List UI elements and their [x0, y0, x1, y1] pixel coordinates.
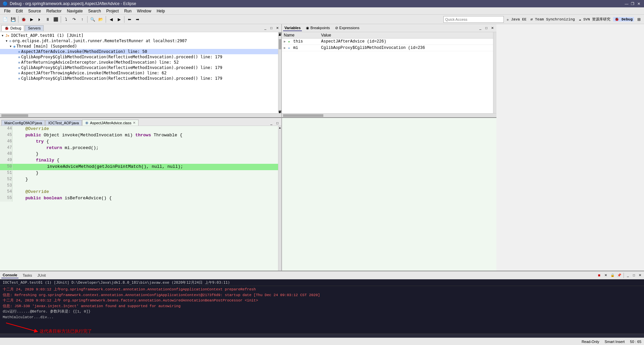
code-line-44[interactable]: 44 @Override — [0, 126, 278, 132]
tab-ioctest[interactable]: IOCTest_AOP.java — [45, 120, 82, 126]
forward-button[interactable]: ➡ — [134, 16, 141, 23]
vars-row-mi-dot: ● — [288, 47, 290, 50]
console-minimize[interactable]: _ — [625, 273, 631, 278]
menu-project[interactable]: Project — [104, 8, 121, 14]
code-line-45[interactable]: 45 public Object invoke(MethodInvocation… — [0, 132, 278, 139]
debug-panel-close[interactable]: ✕ — [275, 25, 280, 31]
console-stop-btn[interactable]: ■ — [596, 272, 602, 278]
console-hscroll[interactable] — [0, 334, 644, 338]
open-resource-button[interactable]: 📂 — [97, 16, 104, 23]
close-button[interactable]: ✕ — [636, 1, 641, 6]
vars-row-this[interactable]: ▶ ● this AspectJAfterAdvice (id=226) — [282, 39, 493, 45]
step-over-button[interactable]: ↷ — [70, 16, 78, 23]
minimize-button[interactable]: — — [624, 1, 629, 6]
save-button[interactable]: 💾 — [9, 16, 17, 23]
editor-scroll-up[interactable]: ▲ — [279, 126, 281, 129]
console-scroll-lock[interactable]: 🔒 — [609, 272, 615, 278]
debug-scroll-down[interactable]: ▼ — [279, 110, 281, 113]
vars-hscroll[interactable] — [282, 113, 496, 117]
tree-item-runner[interactable]: ▾ ⚙ org.eclipse.jdt.internal.junit.runne… — [0, 38, 278, 44]
vars-row-this-arrow: ▶ — [284, 40, 286, 44]
menu-run[interactable]: Run — [121, 8, 134, 14]
code-line-48[interactable]: 48 } — [0, 151, 278, 157]
debug-panel-minimize[interactable]: _ — [263, 25, 268, 31]
resume-button[interactable]: ⏵ — [36, 16, 43, 23]
menu-navigate[interactable]: Navigate — [64, 8, 85, 14]
tree-item-runner-label: org.eclipse.jdt.internal.junit.runner.Re… — [12, 39, 187, 43]
debug-scroll-up[interactable]: ▲ — [279, 32, 281, 35]
open-perspective-button[interactable]: ⊞ — [635, 16, 643, 23]
code-line-46[interactable]: 46 try { — [0, 139, 278, 145]
code-line-51[interactable]: 51 } — [0, 170, 278, 177]
perspective-team[interactable]: ⇄ Team Synchronizing — [529, 17, 576, 21]
vars-panel-minimize[interactable]: _ — [478, 25, 483, 31]
maximize-button[interactable]: ❐ — [630, 1, 635, 6]
tab-servers[interactable]: Servers — [25, 25, 44, 31]
tab-aspectj[interactable]: ◉ AspectJAfterAdvice.class ✕ — [82, 120, 139, 126]
code-line-53[interactable]: 53 — [0, 183, 278, 189]
editor-minimize[interactable]: _ — [269, 120, 274, 126]
console-close[interactable]: ✕ — [637, 273, 643, 278]
next-edit-button[interactable]: ▶ — [115, 16, 123, 23]
menu-refactor[interactable]: Refactor — [44, 8, 64, 14]
debug-hscroll-thumb[interactable] — [1, 114, 28, 117]
debug-scroll-thumb[interactable] — [279, 39, 281, 49]
menu-window[interactable]: Window — [134, 8, 154, 14]
suspend-button[interactable]: ⏸ — [44, 16, 51, 23]
prev-edit-button[interactable]: ◀ — [107, 16, 115, 23]
new-button[interactable]: 📄 — [1, 16, 9, 23]
console-pin-btn[interactable]: 📌 — [616, 272, 622, 278]
stack-frame-1[interactable]: ≡ CglibAopProxy$CglibMethodInvocation(Re… — [0, 54, 278, 60]
tab-debug[interactable]: 🐞 Debug — [1, 25, 24, 31]
vars-panel-maximize[interactable]: □ — [484, 25, 489, 31]
step-into-button[interactable]: ⤵ — [62, 16, 70, 23]
editor-maximize[interactable]: □ — [275, 120, 280, 126]
menu-search[interactable]: Search — [86, 8, 104, 14]
vars-tab-expressions[interactable]: ⊘ Expressions — [334, 25, 361, 31]
menu-help[interactable]: Help — [154, 8, 168, 14]
stack-frame-2[interactable]: ≡ AfterReturningAdviceInterceptor.invoke… — [0, 60, 278, 65]
run-button[interactable]: ▶ — [28, 16, 35, 23]
vars-tab-variables[interactable]: Variables — [283, 25, 302, 31]
stack-frame-3[interactable]: ≡ CglibAopProxy$CglibMethodInvocation(Re… — [0, 65, 278, 70]
code-line-55[interactable]: 55 public boolean isBeforeAdvice() { — [0, 195, 278, 202]
console-clear-btn[interactable]: ✕ — [603, 272, 609, 278]
vars-panel-close[interactable]: ✕ — [490, 25, 495, 31]
console-tab-tasks[interactable]: Tasks — [21, 273, 33, 278]
menu-source[interactable]: Source — [25, 8, 44, 14]
debug-button[interactable]: 🐞 — [20, 16, 27, 23]
tree-item-thread[interactable]: ▾ ◉ Thread [main] (Suspended) — [0, 44, 278, 49]
tab-aspectj-close[interactable]: ✕ — [133, 121, 136, 125]
menu-edit[interactable]: Edit — [13, 8, 25, 14]
tab-main-config[interactable]: MainConfigOfAOP.java — [1, 120, 45, 126]
vars-col-name: Name — [282, 32, 319, 39]
console-line-5: MathCalculator...div... — [3, 315, 641, 320]
perspective-debug[interactable]: 🐞 Debug — [613, 17, 634, 21]
open-type-button[interactable]: 🔍 — [89, 16, 96, 23]
perspective-javaee[interactable]: ☕ Java EE — [505, 17, 528, 21]
vars-tab-breakpoints[interactable]: ◉ Breakpoints — [305, 25, 331, 31]
stack-frame-4[interactable]: ≡ AspectJAfterThrowingAdvice.invoke(Meth… — [0, 70, 278, 76]
code-line-54[interactable]: 54 @Override — [0, 189, 278, 195]
step-return-button[interactable]: ↑ — [78, 16, 86, 23]
code-line-52[interactable]: 52 } — [0, 177, 278, 183]
vars-vscroll[interactable] — [493, 32, 496, 113]
tree-item-junit[interactable]: ▾ J▸ IOCTest_AOP.test01 (1) [JUnit] — [0, 33, 278, 38]
console-tab-junit[interactable]: JUnit — [36, 273, 47, 278]
terminate-button[interactable]: ⬛ — [52, 16, 59, 23]
back-button[interactable]: ⬅ — [126, 16, 133, 23]
quick-access-input[interactable] — [443, 16, 504, 23]
console-maximize[interactable]: □ — [631, 273, 637, 278]
stack-frame-5[interactable]: ≡ CglibAopProxy$CglibMethodInvocation(Re… — [0, 76, 278, 81]
console-tab-console[interactable]: Console — [1, 272, 18, 278]
code-line-49[interactable]: 49 finally { — [0, 157, 278, 164]
code-line-47[interactable]: 47 return mi.proceed(); — [0, 145, 278, 151]
perspective-svn[interactable]: ☁ SVN 资源库研究 — [578, 17, 612, 22]
vars-row-this-name: this — [293, 39, 303, 44]
code-line-50-current[interactable]: 50 invokeAdviceMethod(getJoinPointMatch(… — [0, 164, 278, 170]
stack-frame-0[interactable]: ≡ AspectJAfterAdvice.invoke(MethodInvoca… — [0, 49, 278, 54]
annotation-arrow-svg — [3, 321, 43, 334]
vars-row-mi[interactable]: ▶ ● mi CglibAopProxy$CglibMethodInvocati… — [282, 45, 493, 51]
menu-file[interactable]: File — [1, 8, 13, 14]
debug-panel-maximize[interactable]: □ — [269, 25, 274, 31]
